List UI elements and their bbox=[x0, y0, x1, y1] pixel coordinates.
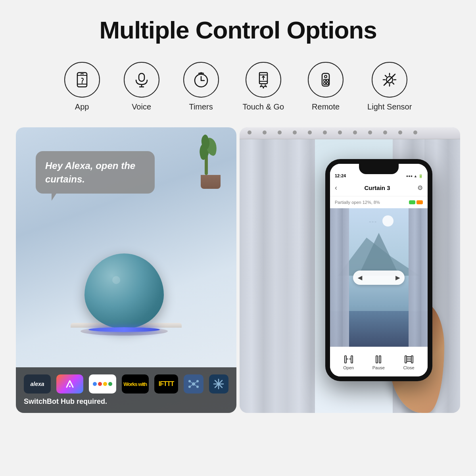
svg-rect-4 bbox=[139, 73, 144, 81]
remote-icon bbox=[317, 71, 334, 88]
remote-label: Remote bbox=[312, 102, 340, 111]
control-option-light-sensor: Light Sensor bbox=[367, 62, 412, 111]
phone-notch bbox=[359, 164, 399, 174]
hand-phone-group: 12:24 ●●● ▲ 🔋 ‹ Curtain 3 ⚙ bbox=[317, 159, 452, 413]
control-option-touch-go: Touch & Go bbox=[243, 62, 284, 111]
curtain-phone-panel: 12:24 ●●● ▲ 🔋 ‹ Curtain 3 ⚙ bbox=[240, 127, 460, 413]
hub-icon bbox=[188, 378, 200, 390]
open-curtain-icon bbox=[344, 354, 354, 364]
app-curtain-view: ~ ~ ~ bbox=[330, 208, 428, 347]
snowflake-logo bbox=[209, 374, 228, 393]
svg-line-26 bbox=[385, 75, 387, 77]
touch-go-icon-circle bbox=[246, 62, 281, 98]
control-option-voice: Voice bbox=[124, 62, 159, 111]
control-open[interactable]: Open bbox=[343, 354, 354, 370]
status-icons: ●●● ▲ 🔋 bbox=[406, 174, 423, 178]
ifttt-logo: Works with bbox=[122, 374, 149, 393]
control-option-app: App bbox=[64, 62, 100, 111]
app-label: App bbox=[75, 102, 89, 111]
brand-logos-strip: alexa bbox=[16, 367, 236, 413]
svg-point-3 bbox=[81, 83, 83, 84]
speech-bubble: Hey Alexa, open the curtains. bbox=[36, 151, 155, 194]
svg-point-16 bbox=[324, 75, 327, 78]
hub-logo bbox=[184, 374, 203, 393]
phone-nav-bar: ‹ Curtain 3 ⚙ bbox=[330, 180, 428, 196]
alexa-panel: Hey Alexa, open the curtains. bbox=[16, 127, 236, 413]
phone-sub-status: Partially open 12%, 8% bbox=[330, 196, 428, 208]
control-options-row: App Voice bbox=[20, 62, 456, 111]
timers-label: Timers bbox=[189, 102, 213, 111]
shortcuts-icon bbox=[64, 378, 75, 390]
status-dot-orange bbox=[416, 200, 423, 204]
clock-icon bbox=[192, 71, 210, 88]
echo-dot bbox=[84, 253, 168, 336]
curtain-slider[interactable]: ◀ ▶ bbox=[353, 271, 405, 285]
close-label: Close bbox=[403, 365, 415, 370]
open-label: Open bbox=[343, 365, 354, 370]
svg-point-31 bbox=[69, 386, 71, 387]
control-close[interactable]: Close bbox=[403, 354, 415, 370]
phone-screen: 12:24 ●●● ▲ 🔋 ‹ Curtain 3 ⚙ bbox=[330, 164, 428, 376]
control-option-timers: Timers bbox=[183, 62, 219, 111]
voice-label: Voice bbox=[132, 102, 151, 111]
page-title: Multiple Control Options bbox=[99, 16, 376, 44]
alexa-image-area: Hey Alexa, open the curtains. bbox=[16, 127, 236, 367]
app-icon-circle bbox=[64, 62, 100, 98]
slider-right-arrow: ▶ bbox=[395, 274, 400, 281]
slider-left-arrow: ◀ bbox=[358, 274, 362, 281]
voice-icon-circle bbox=[124, 62, 159, 98]
microphone-icon bbox=[133, 71, 150, 88]
alexa-logo: alexa bbox=[24, 374, 51, 393]
speech-text: Hey Alexa, open the curtains. bbox=[45, 160, 135, 184]
svg-rect-17 bbox=[324, 79, 326, 81]
hub-required-text: SwitchBot Hub required. bbox=[24, 397, 228, 406]
nav-back-icon[interactable]: ‹ bbox=[335, 184, 337, 192]
svg-rect-0 bbox=[77, 73, 87, 87]
timers-icon-circle bbox=[183, 62, 219, 98]
app-mountain bbox=[338, 228, 420, 276]
light-sensor-label: Light Sensor bbox=[367, 102, 412, 111]
curtain-left bbox=[240, 139, 319, 413]
plant-decoration bbox=[197, 135, 225, 187]
app-sun bbox=[382, 215, 393, 226]
close-curtain-icon bbox=[404, 354, 414, 364]
sub-status-text: Partially open 12%, 8% bbox=[335, 200, 380, 205]
remote-icon-circle bbox=[308, 62, 344, 98]
light-sensor-icon-circle bbox=[372, 62, 407, 98]
nav-title: Curtain 3 bbox=[364, 184, 390, 191]
control-pause[interactable]: Pause bbox=[372, 354, 385, 370]
app-curtain-right bbox=[409, 208, 428, 347]
ifttt-label: IFTTT bbox=[154, 374, 178, 393]
pause-label: Pause bbox=[372, 365, 385, 370]
smartphone-icon bbox=[73, 71, 91, 88]
app-curtain-left bbox=[330, 208, 349, 347]
svg-rect-20 bbox=[326, 83, 328, 84]
page-container: Multiple Control Options App bbox=[0, 0, 476, 476]
phone-bottom-controls: Open Pause bbox=[330, 347, 428, 376]
light-sensor-icon bbox=[381, 71, 398, 88]
touch-go-label: Touch & Go bbox=[243, 102, 284, 111]
snowflake-icon bbox=[213, 378, 224, 390]
svg-point-45 bbox=[217, 383, 220, 385]
svg-rect-52 bbox=[376, 356, 378, 363]
status-time: 12:24 bbox=[335, 173, 346, 178]
svg-line-27 bbox=[393, 83, 394, 84]
pause-icon bbox=[373, 354, 384, 364]
svg-rect-48 bbox=[345, 356, 346, 363]
svg-rect-18 bbox=[326, 79, 328, 81]
status-dot-green bbox=[409, 200, 415, 204]
settings-icon[interactable]: ⚙ bbox=[417, 184, 423, 192]
phone-frame: 12:24 ●●● ▲ 🔋 ‹ Curtain 3 ⚙ bbox=[325, 159, 432, 381]
svg-rect-19 bbox=[324, 83, 326, 84]
bottom-panels: Hey Alexa, open the curtains. bbox=[16, 127, 460, 413]
shortcuts-logo bbox=[56, 374, 83, 393]
control-option-remote: Remote bbox=[308, 62, 344, 111]
svg-rect-53 bbox=[379, 356, 381, 363]
touch-icon bbox=[255, 71, 272, 88]
google-logo bbox=[89, 374, 116, 393]
brand-logos-row: alexa bbox=[24, 374, 228, 393]
curtain-track bbox=[240, 127, 460, 139]
svg-rect-49 bbox=[351, 356, 353, 363]
